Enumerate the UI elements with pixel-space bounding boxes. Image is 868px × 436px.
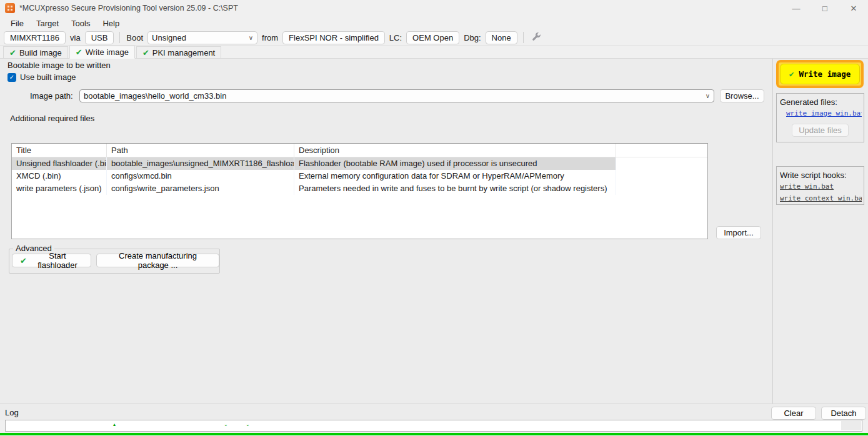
cell-description: Parameters needed in write and fuses to … bbox=[294, 182, 616, 195]
cell-title: write parameters (.json) bbox=[12, 182, 107, 195]
update-files-button: Update files bbox=[792, 124, 849, 137]
write-image-highlight: ✔ Write image bbox=[776, 60, 864, 88]
tab-build-image[interactable]: ✔ Build image bbox=[3, 46, 68, 58]
boot-label: Boot bbox=[126, 33, 144, 42]
start-flashloader-label: Start flashloader bbox=[32, 251, 83, 270]
log-text-fragment: ⌄ bbox=[224, 422, 228, 427]
import-button[interactable]: Import... bbox=[716, 226, 761, 239]
write-image-button[interactable]: ✔ Write image bbox=[780, 64, 860, 84]
write-script-hooks-title: Write script hooks: bbox=[780, 171, 862, 180]
boot-device-button[interactable]: FlexSPI NOR - simplified bbox=[282, 31, 385, 44]
log-text-fragment: ▴ bbox=[113, 422, 116, 427]
clear-button[interactable]: Clear bbox=[771, 407, 816, 420]
column-header-title[interactable]: Title bbox=[12, 144, 107, 157]
advanced-group: Advanced ✔ Start flashloader Create manu… bbox=[9, 249, 220, 274]
use-built-image-checkbox[interactable]: ✓ Use built image bbox=[7, 72, 76, 82]
start-flashloader-button[interactable]: ✔ Start flashloader bbox=[12, 254, 91, 267]
log-bar: Log Clear Detach bbox=[0, 404, 868, 420]
tab-write-image[interactable]: ✔ Write image bbox=[69, 46, 135, 59]
table-row[interactable]: XMCD (.bin) configs\xmcd.bin External me… bbox=[12, 170, 707, 182]
cell-description: External memory configuration data for S… bbox=[294, 170, 616, 182]
log-text-fragment: ⌄ bbox=[246, 422, 250, 427]
cell-path: configs\write_parameters.json bbox=[107, 182, 294, 195]
window-title: *MCUXpresso Secure Provisioning Tool ver… bbox=[19, 4, 238, 12]
scrollbar[interactable] bbox=[841, 421, 861, 430]
tab-label: Build image bbox=[19, 48, 62, 57]
tab-label: Write image bbox=[86, 47, 129, 57]
lc-label: LC: bbox=[389, 33, 402, 42]
detach-button[interactable]: Detach bbox=[821, 407, 866, 420]
minimize-icon[interactable]: — bbox=[782, 0, 811, 16]
checkbox-checked-icon: ✓ bbox=[7, 73, 16, 82]
write-image-label: Write image bbox=[799, 69, 851, 79]
cell-description: Flashloader (bootable RAM image) used if… bbox=[294, 157, 616, 170]
menu-target[interactable]: Target bbox=[31, 17, 64, 29]
maximize-icon[interactable]: □ bbox=[811, 0, 839, 16]
processor-button[interactable]: MIMXRT1186 bbox=[4, 31, 66, 44]
cell-title: XMCD (.bin) bbox=[12, 170, 107, 182]
menu-file[interactable]: File bbox=[5, 17, 29, 29]
debug-button[interactable]: None bbox=[486, 31, 517, 44]
main-area: Bootable image to be written ✓ Use built… bbox=[0, 59, 868, 404]
tab-pki-management[interactable]: ✔ PKI management bbox=[136, 46, 221, 58]
generated-files-panel: Generated files: write image win.bat Upd… bbox=[776, 93, 864, 142]
column-header-description[interactable]: Description bbox=[294, 144, 616, 157]
from-label: from bbox=[261, 33, 279, 42]
write-context-win-bat-link[interactable]: write context win.bat bbox=[780, 194, 862, 202]
image-path-input[interactable]: bootable_images\hello_world_cm33.bin ∨ bbox=[79, 89, 714, 102]
write-script-hooks-panel: Write script hooks: write win.bat write … bbox=[776, 166, 864, 205]
settings-wrench-button[interactable] bbox=[529, 31, 544, 44]
close-icon[interactable]: ✕ bbox=[839, 0, 868, 16]
table-row[interactable]: Unsigned flashloader (.bi... bootable_im… bbox=[12, 157, 707, 170]
table-row[interactable]: write parameters (.json) configs\write_p… bbox=[12, 182, 707, 195]
menu-tools[interactable]: Tools bbox=[66, 17, 96, 29]
progress-bar bbox=[0, 433, 868, 435]
tab-bar: ✔ Build image ✔ Write image ✔ PKI manage… bbox=[0, 46, 868, 59]
toolbar: MIMXRT1186 via USB Boot Unsigned ∨ from … bbox=[0, 30, 868, 46]
app-icon bbox=[5, 3, 15, 13]
menu-help[interactable]: Help bbox=[97, 17, 125, 29]
check-icon: ✔ bbox=[20, 257, 27, 265]
boot-type-select[interactable]: Unsigned ∨ bbox=[147, 31, 257, 44]
check-icon: ✔ bbox=[76, 48, 82, 56]
log-label: Log bbox=[5, 408, 19, 417]
check-icon: ✔ bbox=[789, 70, 794, 78]
write-image-bat-link[interactable]: write image win.bat bbox=[786, 109, 862, 117]
table-header-row: Title Path Description bbox=[12, 144, 707, 157]
cell-path: configs\xmcd.bin bbox=[107, 170, 294, 182]
log-output[interactable]: ▴ ⌄ ⌄ bbox=[5, 420, 862, 432]
image-path-label: Image path: bbox=[30, 91, 73, 101]
write-image-panel: Bootable image to be written ✓ Use built… bbox=[0, 59, 773, 404]
chevron-down-icon: ∨ bbox=[706, 92, 710, 99]
generated-files-title: Generated files: bbox=[780, 97, 862, 107]
menu-bar: File Target Tools Help bbox=[0, 16, 868, 30]
bootable-image-group-title: Bootable image to be written bbox=[7, 61, 111, 70]
title-bar: *MCUXpresso Secure Provisioning Tool ver… bbox=[0, 0, 868, 16]
browse-button[interactable]: Browse... bbox=[720, 89, 764, 102]
dbg-label: Dbg: bbox=[463, 33, 481, 42]
toolbar-separator bbox=[523, 32, 524, 43]
check-icon: ✔ bbox=[9, 49, 16, 57]
life-cycle-button[interactable]: OEM Open bbox=[406, 31, 459, 44]
use-built-image-label: Use built image bbox=[20, 72, 76, 82]
tab-label: PKI management bbox=[152, 48, 215, 57]
additional-files-group-title: Additional required files bbox=[10, 114, 94, 123]
connection-button[interactable]: USB bbox=[85, 31, 114, 44]
required-files-table: Title Path Description Unsigned flashloa… bbox=[11, 143, 708, 239]
image-path-value: bootable_images\hello_world_cm33.bin bbox=[84, 91, 702, 101]
create-manufacturing-package-button[interactable]: Create manufacturing package ... bbox=[96, 254, 219, 267]
side-panel: ✔ Write image Generated files: write ima… bbox=[773, 59, 868, 404]
app-window: *MCUXpresso Secure Provisioning Tool ver… bbox=[0, 0, 868, 436]
cell-title: Unsigned flashloader (.bi... bbox=[12, 157, 107, 170]
chevron-down-icon: ∨ bbox=[249, 34, 253, 41]
check-icon: ✔ bbox=[142, 49, 149, 57]
via-label: via bbox=[69, 33, 81, 42]
cell-path: bootable_images\unsigned_MIMXRT1186_flas… bbox=[107, 157, 294, 170]
write-win-bat-link[interactable]: write win.bat bbox=[780, 182, 862, 191]
wrench-icon bbox=[532, 32, 541, 43]
toolbar-separator bbox=[119, 32, 120, 43]
column-header-path[interactable]: Path bbox=[107, 144, 294, 157]
boot-type-value: Unsigned bbox=[152, 33, 245, 42]
